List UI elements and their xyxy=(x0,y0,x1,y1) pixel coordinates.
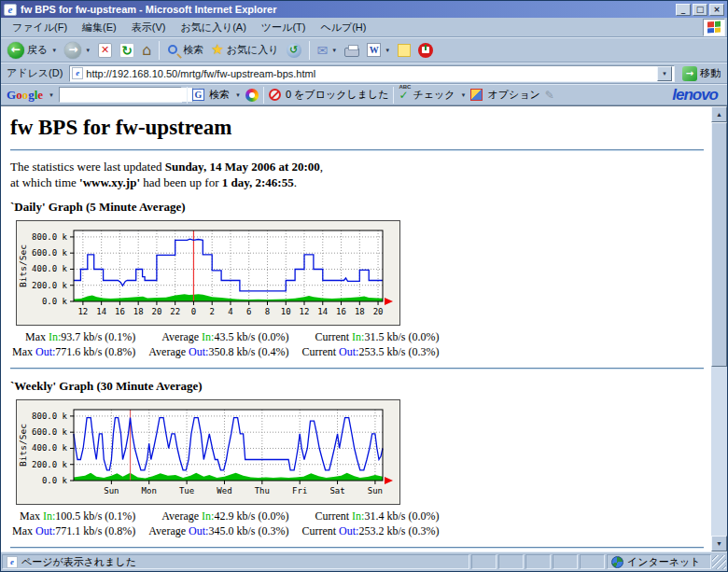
favorites-button[interactable]: ★ お気に入り xyxy=(208,41,281,59)
edit-with-word-button[interactable]: W ▼ xyxy=(364,41,393,59)
svg-text:14: 14 xyxy=(96,307,106,316)
uptime-value: 1 day, 2:46:55 xyxy=(222,175,294,189)
highlight-pen-icon[interactable]: ✎ xyxy=(545,89,554,102)
menu-item-0[interactable]: ファイル(F) xyxy=(5,18,75,37)
menu-item-5[interactable]: ヘルプ(H) xyxy=(313,18,373,37)
scrollbar-track[interactable] xyxy=(711,122,727,536)
stop-button[interactable]: ✕ xyxy=(95,41,115,60)
stat-cell: Current Out:253.5 kb/s (0.3%) xyxy=(301,345,452,360)
google-toolbar: Google ▼ ▼ G 検索 ▼ 0 をブロックしました ABC✓ チェック … xyxy=(1,84,727,105)
messenger-button[interactable] xyxy=(415,41,436,60)
stat-cell: Max In:93.7 kb/s (0.1%) xyxy=(12,330,148,345)
stat-cell: Max Out:771.6 kb/s (0.8%) xyxy=(12,345,148,360)
google-search-input[interactable] xyxy=(60,88,192,102)
history-button[interactable]: ↺ xyxy=(284,41,304,60)
svg-text:400.0 k: 400.0 k xyxy=(32,443,68,453)
security-zone-pane: インターネット xyxy=(607,554,711,569)
scroll-up-button[interactable]: ▲ xyxy=(711,106,727,122)
vertical-scrollbar[interactable]: ▲ ▼ xyxy=(711,106,727,551)
mail-dropdown-icon[interactable]: ▼ xyxy=(331,48,337,53)
pagerank-swirl-icon[interactable] xyxy=(245,89,259,102)
menu-item-3[interactable]: お気に入り(A) xyxy=(173,18,253,37)
stat-cell: Current Out:253.2 kb/s (0.3%) xyxy=(301,524,452,539)
print-button[interactable] xyxy=(342,41,362,59)
back-dropdown-icon[interactable]: ▼ xyxy=(51,48,57,53)
go-button[interactable]: → 移動 xyxy=(679,65,724,82)
svg-text:Thu: Thu xyxy=(255,486,270,495)
google-search-button[interactable]: 検索 xyxy=(209,88,230,102)
address-field[interactable]: e ▼ xyxy=(69,65,675,82)
svg-text:Bits/Sec: Bits/Sec xyxy=(18,244,28,287)
word-dropdown-icon[interactable]: ▼ xyxy=(385,48,390,53)
home-icon: ⌂ xyxy=(142,43,151,58)
resize-grip[interactable] xyxy=(712,555,726,569)
go-arrow-icon: → xyxy=(682,66,697,81)
scroll-down-button[interactable]: ▼ xyxy=(711,536,727,551)
close-button[interactable]: × xyxy=(709,4,724,16)
svg-text:16: 16 xyxy=(336,307,346,316)
back-icon: ← xyxy=(7,42,24,59)
home-button[interactable]: ⌂ xyxy=(139,41,154,60)
graph-box-1: 0.0 k200.0 k400.0 k600.0 k800.0 kSunMonT… xyxy=(16,399,400,505)
stop-icon: ✕ xyxy=(98,43,112,58)
page-title: fw BPS for fw-upstream xyxy=(10,116,704,140)
svg-text:12: 12 xyxy=(77,307,88,316)
googlebar-separator xyxy=(393,87,394,104)
svg-text:0.0 k: 0.0 k xyxy=(42,476,68,485)
minimize-button[interactable]: _ xyxy=(676,4,691,16)
address-label: アドレス(D) xyxy=(4,66,65,80)
updated-timestamp: Sunday, 14 May 2006 at 20:00 xyxy=(165,160,320,174)
options-icon[interactable] xyxy=(470,89,483,101)
discuss-button[interactable] xyxy=(395,42,413,59)
search-icon xyxy=(168,45,177,54)
status-pane xyxy=(525,554,551,569)
status-pane xyxy=(471,554,497,569)
popup-blocked-label[interactable]: 0 をブロックしました xyxy=(286,88,389,102)
browser-viewport: fw BPS for fw-upstream The statistics we… xyxy=(1,105,727,551)
word-icon: W xyxy=(367,43,381,57)
svg-text:600.0 k: 600.0 k xyxy=(32,248,68,258)
address-dropdown-icon[interactable]: ▼ xyxy=(657,66,672,81)
search-button[interactable]: 検索 xyxy=(164,41,206,59)
svg-text:800.0 k: 800.0 k xyxy=(32,412,68,421)
divider xyxy=(10,547,704,549)
stat-cell: Current In:31.4 kb/s (0.0%) xyxy=(301,509,452,524)
title-bar[interactable]: e fw BPS for fw-upstream - Microsoft Int… xyxy=(1,1,727,18)
address-bar: アドレス(D) e ▼ → 移動 xyxy=(1,63,727,84)
google-logo-dropdown-icon[interactable]: ▼ xyxy=(49,92,54,98)
address-input[interactable] xyxy=(86,68,654,79)
windows-flag-icon xyxy=(707,21,721,34)
svg-text:0: 0 xyxy=(191,307,196,316)
hostname: 'www.xy.jp' xyxy=(79,175,140,189)
menu-item-4[interactable]: ツール(T) xyxy=(254,18,314,37)
options-label[interactable]: オプション xyxy=(487,88,539,102)
scrollbar-thumb[interactable] xyxy=(711,122,727,367)
svg-text:10: 10 xyxy=(281,307,291,316)
refresh-button[interactable]: ↻ xyxy=(117,41,137,60)
back-button[interactable]: ← 戻る ▼ xyxy=(5,40,60,61)
menu-item-2[interactable]: 表示(V) xyxy=(124,18,174,37)
google-g-icon: G xyxy=(192,89,204,101)
spellcheck-label[interactable]: チェック xyxy=(413,88,455,102)
stat-cell: Current In:31.5 kb/s (0.0%) xyxy=(301,330,452,345)
svg-text:Fri: Fri xyxy=(292,486,307,495)
maximize-button[interactable]: □ xyxy=(693,4,707,16)
traffic-graph-image: 0.0 k200.0 k400.0 k600.0 k800.0 kSunMonT… xyxy=(17,400,399,504)
menu-item-1[interactable]: 編集(E) xyxy=(75,18,124,37)
mail-button[interactable]: ✉ ▼ xyxy=(315,42,341,59)
divider xyxy=(10,149,704,151)
googlebar-separator xyxy=(187,87,188,104)
svg-text:Sun: Sun xyxy=(368,486,383,495)
google-search-box[interactable]: ▼ xyxy=(59,87,182,103)
forward-dropdown-icon[interactable]: ▼ xyxy=(85,48,91,53)
forward-button[interactable]: → ▼ xyxy=(62,40,93,61)
status-pane xyxy=(498,554,524,569)
spellcheck-icon[interactable]: ABC✓ xyxy=(399,89,408,102)
printer-icon xyxy=(344,48,359,57)
updated-text: The statistics were last updated Sunday,… xyxy=(10,159,704,190)
google-search-button-dropdown-icon[interactable]: ▼ xyxy=(235,92,241,98)
spellcheck-dropdown-icon[interactable]: ▼ xyxy=(461,92,467,98)
popup-blocked-icon[interactable] xyxy=(269,89,281,101)
svg-text:400.0 k: 400.0 k xyxy=(32,264,68,273)
google-logo[interactable]: Google xyxy=(7,88,43,103)
